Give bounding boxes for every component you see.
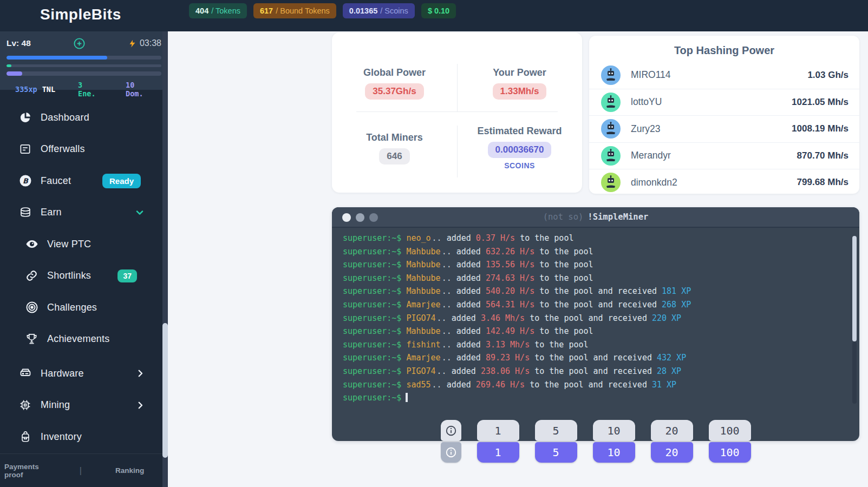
terminal-scrollbar-track[interactable] (852, 341, 857, 404)
terminal-line: superuser:~$ Amarjee.. added 564.31 H/s … (343, 298, 843, 312)
tokens-label: / Tokens (211, 6, 240, 15)
window-dot-icon[interactable] (369, 213, 378, 222)
leaderboard-row[interactable]: lottoYU 1021.05 Mh/s (589, 89, 859, 116)
energy-timer: 03:38 (140, 38, 161, 48)
leaderboard-row[interactable]: dimonkdn2 799.68 Mh/s (589, 169, 859, 196)
total-miners-label: Total Miners (332, 132, 457, 143)
sidebar-item-offerwalls[interactable]: Offerwalls (0, 134, 168, 166)
miner-name: Zury23 (631, 123, 660, 135)
coins-icon (18, 206, 32, 219)
pie-chart-icon (18, 111, 32, 124)
main-content: Global Power 35.37Gh/s Your Power 1.33Mh… (168, 31, 868, 487)
miner-hashrate: 1.03 Gh/s (807, 70, 849, 81)
avatar (601, 173, 621, 192)
estimated-reward-value: 0.00036670 (488, 142, 552, 158)
leaderboard-row[interactable]: Zury23 1008.19 Mh/s (589, 115, 859, 142)
add-circle-icon[interactable] (73, 37, 86, 50)
sidebar-item-earn[interactable]: Earn (0, 197, 168, 229)
leaderboard-row[interactable]: MIRO114 1.03 Gh/s (589, 62, 859, 89)
leaderboard-title: Top Hashing Power (589, 44, 859, 57)
avatar (601, 65, 621, 85)
terminal-prompt-line[interactable]: superuser:~$ (343, 391, 843, 405)
sidebar-item-label: Hardware (41, 368, 84, 379)
your-power-stat: Your Power 1.33Mh/s (457, 67, 582, 100)
ranking-link[interactable]: Ranking (115, 466, 144, 475)
sidebar-scrollbar[interactable] (162, 31, 168, 487)
miner-hashrate: 1008.19 Mh/s (792, 123, 849, 134)
link-icon (24, 269, 39, 282)
scoins-balance-badge[interactable]: 0.01365 / Scoins (343, 3, 415, 18)
pool-amount-button-primary[interactable]: 100 (709, 442, 751, 463)
pool-amount-button-primary[interactable]: 1 (477, 442, 519, 463)
terminal-line: superuser:~$ fishint.. added 3.13 Mh/s t… (343, 338, 843, 352)
terminal-titlebar: (not so)!SimpleMiner (332, 207, 859, 228)
tokens-balance-badge[interactable]: 404 / Tokens (189, 3, 247, 18)
terminal-scrollbar-thumb[interactable] (852, 236, 857, 341)
pool-amount-button-light[interactable]: 20 (651, 420, 693, 441)
bound-tokens-balance-badge[interactable]: 617 / Bound Tokens (253, 3, 336, 18)
terminal-line: superuser:~$ Mahbube.. added 632.26 H/s … (343, 245, 843, 259)
sidebar-item-shortlinks[interactable]: Shortlinks 37 (0, 260, 168, 292)
terminal-line: superuser:~$ Mahbube.. added 135.56 H/s … (343, 258, 843, 272)
stats-divider (457, 126, 458, 177)
estimated-reward-unit: SCOINS (457, 161, 582, 170)
leaderboard-row[interactable]: Merandyr 870.70 Mh/s (589, 142, 859, 169)
energy-progress-bar (6, 64, 161, 67)
info-button[interactable] (441, 442, 461, 463)
pool-amount-button-primary[interactable]: 20 (651, 442, 693, 463)
window-control-dots[interactable] (342, 213, 378, 222)
miner-name: dimonkdn2 (631, 177, 677, 188)
sidebar-item-faucet[interactable]: B Faucet Ready (0, 165, 168, 197)
level-label: Lv: 48 (6, 38, 31, 48)
usd-balance-badge[interactable]: $ 0.10 (421, 3, 456, 18)
pool-amount-button-primary[interactable]: 5 (535, 442, 577, 463)
sidebar-item-challenges[interactable]: Challenges (0, 292, 168, 324)
payments-proof-link[interactable]: Payments proof (4, 463, 39, 479)
sidebar-item-inventory[interactable]: Inventory (0, 421, 168, 453)
window-dot-icon[interactable] (342, 213, 351, 222)
pool-amount-button-light[interactable]: 100 (709, 420, 751, 441)
global-power-label: Global Power (332, 67, 457, 78)
dom-progress-fill (6, 71, 22, 76)
pool-amount-button-light[interactable]: 1 (477, 420, 519, 441)
bound-tokens-value: 617 (260, 6, 273, 15)
sidebar-item-label: Faucet (41, 175, 71, 187)
chevron-right-icon (135, 400, 145, 410)
terminal-log[interactable]: superuser:~$ neo_o.. added 0.37 H/s to t… (332, 228, 859, 405)
topbar: SimpleBits 404 / Tokens 617 / Bound Toke… (0, 0, 868, 31)
terminal-line: superuser:~$ PIGO74.. added 238.06 H/s t… (343, 365, 843, 378)
miner-hashrate: 1021.05 Mh/s (792, 97, 849, 108)
sidebar-scrollbar-thumb[interactable] (162, 323, 168, 458)
miner-terminal-window: (not so)!SimpleMiner superuser:~$ neo_o.… (332, 207, 859, 441)
sidebar-item-dashboard[interactable]: Dashboard (0, 102, 168, 134)
sidebar-item-achievements[interactable]: Achievements (0, 324, 168, 356)
info-button[interactable] (441, 420, 461, 441)
avatar (601, 119, 621, 139)
terminal-title-prefix: (not so) (543, 212, 584, 222)
sidebar-item-label: Inventory (41, 431, 82, 443)
window-dot-icon[interactable] (356, 213, 364, 222)
pool-button-pair: 1 1 (477, 420, 519, 463)
miner-name: lottoYU (631, 96, 662, 108)
footer-divider: | (80, 466, 82, 476)
sidebar-footer: Payments proof | Ranking (0, 453, 162, 487)
pool-button-pair: 10 10 (593, 420, 635, 463)
chevron-down-icon (134, 207, 145, 218)
miner-hashrate: 870.70 Mh/s (797, 150, 849, 161)
sidebar-item-mining[interactable]: Mining (0, 390, 168, 422)
tokens-value: 404 (195, 6, 208, 15)
terminal-title: (not so)!SimpleMiner (543, 212, 649, 222)
sidebar-item-label: Dashboard (41, 112, 89, 123)
sidebar-item-label: Earn (41, 207, 62, 218)
energy-progress-fill (6, 64, 11, 67)
pool-amount-button-light[interactable]: 5 (535, 420, 577, 441)
pool-amount-button-primary[interactable]: 10 (593, 442, 635, 463)
pool-amount-button-light[interactable]: 10 (593, 420, 635, 441)
sidebar-item-hardware[interactable]: Hardware (0, 358, 168, 390)
energy-bolt-icon (128, 39, 136, 48)
faucet-ready-badge[interactable]: Ready (102, 174, 141, 188)
sidebar-item-label: Offerwalls (41, 143, 85, 155)
xp-to-next-level: 335xp (15, 85, 37, 94)
usd-value: $ 0.10 (428, 6, 449, 15)
sidebar-item-view-ptc[interactable]: View PTC (0, 228, 168, 260)
